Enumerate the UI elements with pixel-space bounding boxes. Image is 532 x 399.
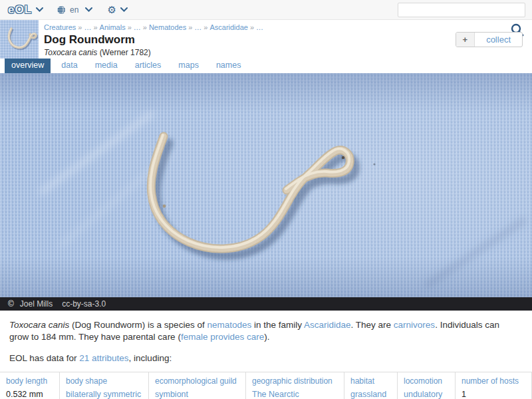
nematodes-link[interactable]: nematodes — [207, 320, 251, 330]
attr-cell-number-of-hosts: number of hosts 1 — [456, 372, 532, 399]
language-menu[interactable]: en — [57, 5, 96, 15]
collect-button-label: collect — [475, 33, 522, 47]
attr-value-link[interactable]: The Nearctic — [252, 390, 299, 399]
copyright-icon: © — [8, 299, 14, 309]
eol-logo[interactable]: eOL — [8, 3, 32, 17]
name-authority: (Werner 1782) — [100, 48, 151, 57]
breadcrumb-separator: » — [128, 23, 132, 31]
attributes-count-link[interactable]: 21 attributes — [79, 353, 128, 363]
hero-photo-roundworm[interactable] — [0, 73, 532, 297]
scientific-name: Toxocara canis (Werner 1782) — [44, 48, 532, 57]
attr-value-link[interactable]: grassland — [350, 390, 386, 399]
breadcrumb-separator: » — [188, 23, 192, 31]
attr-label-link[interactable]: geographic distribution — [252, 376, 341, 386]
attr-value: 1 — [462, 390, 466, 399]
plus-icon: + — [456, 33, 475, 47]
breadcrumb-link-ascarididae[interactable]: Ascarididae — [209, 23, 247, 31]
image-credit-bar: © Joel Mills cc-by-sa-3.0 — [0, 297, 532, 311]
ascarididae-link[interactable]: Ascarididae — [304, 320, 351, 330]
attr-cell-ecomorphological-guild: ecomorphological guild symbiont — [149, 372, 246, 399]
globe-icon — [57, 5, 66, 15]
breadcrumb-ellipsis[interactable]: … — [134, 23, 141, 31]
summary-scientific-name: Toxocara canis — [9, 320, 69, 330]
attributes-table-row: body length 0.532 mm body shape bilatera… — [0, 372, 532, 399]
data-availability-note: EOL has data for 21 attributes, includin… — [0, 343, 532, 372]
attr-cell-locomotion: locomotion undulatory — [398, 372, 456, 399]
breadcrumb-separator: » — [203, 23, 207, 31]
debris-speck — [342, 156, 344, 159]
breadcrumb-ellipsis[interactable]: … — [194, 23, 201, 31]
attr-label-link[interactable]: body length — [6, 376, 57, 386]
attr-value: 0.532 mm — [6, 390, 43, 399]
attr-label-link[interactable]: ecomorphological guild — [155, 376, 243, 386]
breadcrumb-separator: » — [93, 23, 97, 31]
attr-label-link[interactable]: body shape — [66, 376, 146, 386]
chevron-down-icon[interactable] — [36, 7, 43, 12]
breadcrumb-link-animals[interactable]: Animals — [100, 23, 126, 31]
attr-cell-body-shape: body shape bilaterally symmetric — [60, 372, 149, 399]
breadcrumb-link-creatures[interactable]: Creatures — [44, 23, 76, 31]
taxon-header: Creatures»…»Animals»…»Nematodes»…»Ascari… — [0, 20, 532, 59]
tab-overview[interactable]: overview — [5, 58, 51, 73]
debris-speck — [163, 205, 166, 208]
settings-gear-icon[interactable]: ⚙ — [107, 5, 116, 15]
breadcrumb-ellipsis[interactable]: … — [256, 23, 263, 31]
search-input[interactable] — [398, 3, 525, 17]
credit-license-link[interactable]: cc-by-sa-3.0 — [62, 299, 106, 309]
section-tab-bar: overview data media articles maps names — [0, 59, 532, 73]
breadcrumb-separator: » — [143, 23, 147, 31]
tab-maps[interactable]: maps — [172, 58, 205, 73]
top-navigation-bar: eOL en ⚙ — [0, 0, 532, 20]
attr-label-link[interactable]: habitat — [350, 376, 394, 386]
credit-author: Joel Mills — [20, 299, 53, 309]
carnivores-link[interactable]: carnivores — [394, 320, 435, 330]
attr-value-link[interactable]: undulatory — [404, 390, 442, 399]
collect-button[interactable]: + collect — [456, 32, 523, 47]
attr-label-link[interactable]: number of hosts — [462, 376, 529, 386]
attr-value-link[interactable]: symbiont — [155, 390, 188, 399]
chevron-down-icon — [85, 7, 92, 12]
attr-label-link[interactable]: locomotion — [404, 376, 452, 386]
breadcrumb-ellipsis[interactable]: … — [84, 23, 91, 31]
attr-value-link[interactable]: bilaterally symmetric — [66, 390, 141, 399]
attr-cell-habitat: habitat grassland — [344, 372, 398, 399]
breadcrumb-separator: » — [78, 23, 82, 31]
taxon-thumbnail-image[interactable] — [0, 20, 39, 59]
breadcrumb-link-nematodes[interactable]: Nematodes — [149, 23, 186, 31]
parental-care-link[interactable]: female provides care — [181, 332, 264, 342]
language-code: en — [70, 5, 78, 15]
tab-media[interactable]: media — [88, 58, 124, 73]
debris-speck — [373, 163, 375, 165]
taxon-summary-text: Toxocara canis (Dog Roundworm) is a spec… — [0, 311, 527, 343]
breadcrumb: Creatures»…»Animals»…»Nematodes»…»Ascari… — [44, 23, 532, 31]
attr-cell-geographic-distribution: geographic distribution The Nearctic — [246, 372, 344, 399]
attr-cell-body-length: body length 0.532 mm — [0, 372, 60, 399]
chevron-down-icon[interactable] — [120, 7, 128, 12]
tab-data[interactable]: data — [55, 58, 84, 73]
breadcrumb-separator: » — [250, 23, 254, 31]
tab-articles[interactable]: articles — [128, 58, 168, 73]
tab-names[interactable]: names — [209, 58, 248, 73]
